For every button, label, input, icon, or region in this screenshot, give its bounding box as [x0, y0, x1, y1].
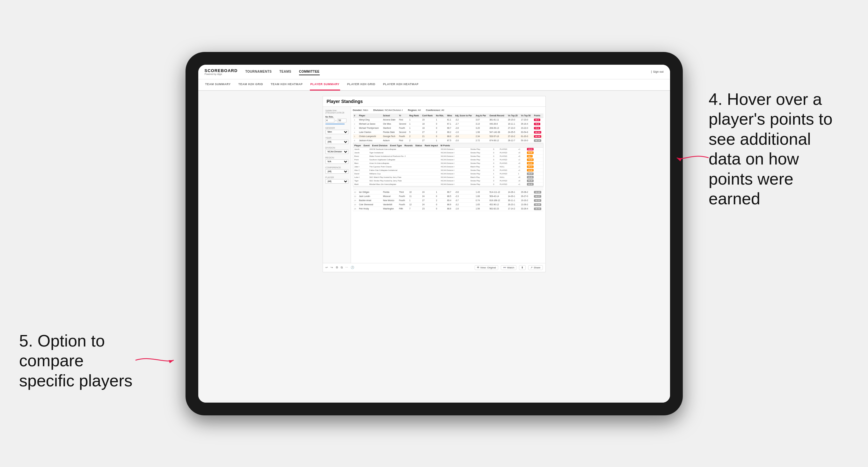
- region-select[interactable]: N/A: [326, 159, 348, 164]
- col-no-rds: No Rds.: [435, 114, 446, 118]
- record-cell: 547-142-38: [488, 130, 506, 134]
- division-select[interactable]: NCAA Division I: [326, 150, 348, 154]
- sub-header-rank: Rank Impact: [425, 145, 438, 147]
- sub-header-rounds: Rounds: [404, 145, 413, 147]
- table-row: 4 Luke Clanton Florida State Second 5 27…: [353, 130, 544, 134]
- sub-table-row: Player Event Event Division Event Type R…: [353, 143, 544, 187]
- points-cell[interactable]: 69.2: [533, 118, 543, 122]
- yr-cell: Second: [398, 130, 408, 134]
- wins-cell: 68.0: [446, 134, 454, 138]
- vs25-cell: 27-10-2: [506, 134, 520, 138]
- no-rds-max-input[interactable]: [338, 119, 346, 122]
- region-label: Region: [326, 157, 348, 159]
- sub-table: JacobUNCW Seahawk IntercollegiateNCAA Di…: [353, 148, 543, 186]
- table-row: 25 Cole Sherwood VanderbiltFourth 122408…: [353, 203, 544, 207]
- points-cell[interactable]: 70.2: [533, 126, 543, 130]
- no-rds-row: -: [326, 119, 348, 122]
- tab-player-summary[interactable]: PLAYER SUMMARY: [310, 79, 340, 91]
- undo-icon[interactable]: ↩: [326, 266, 328, 269]
- filter-gender: Gender Men: [326, 127, 348, 134]
- vs25-cell: 29-15-0: [506, 118, 520, 122]
- arrow-right-svg: [674, 150, 712, 166]
- no-rds-min-input[interactable]: [326, 119, 334, 122]
- points-cell[interactable]: 68.18: [533, 138, 543, 143]
- sub-header-event: Event: [364, 145, 370, 147]
- col-vs25: Vs Top 25: [506, 114, 520, 118]
- tab-player-h2h-grid[interactable]: PLAYER H2H GRID: [346, 79, 376, 91]
- record-cell: 381-61-11: [488, 118, 506, 122]
- rds-cell: 0: [435, 134, 446, 138]
- player-select[interactable]: (All): [326, 179, 348, 184]
- rank-cell: 6: [353, 138, 358, 143]
- filter-icon[interactable]: ⚙: [336, 266, 338, 269]
- list-item: JacobUNCW Seahawk IntercollegiateNCAA Di…: [353, 148, 543, 151]
- clock-icon[interactable]: 🕐: [351, 266, 354, 269]
- nav-teams[interactable]: TEAMS: [280, 68, 292, 75]
- player-cell[interactable]: Luke Clanton: [358, 130, 381, 134]
- wins-cell: 68.2: [446, 130, 454, 134]
- adj-cell: -2.8: [454, 126, 475, 130]
- more-icon[interactable]: ⋯: [345, 266, 348, 269]
- conference-select[interactable]: (All): [326, 169, 348, 174]
- table-row: 26 Petr Hruby WashingtonFifth 723088.6-1…: [353, 207, 544, 211]
- panel-title: Player Standings: [327, 99, 541, 104]
- sign-out-button[interactable]: | Sign out: [651, 70, 663, 73]
- no-rds-separator: -: [336, 119, 337, 122]
- sub-table-header: Player Event Event Division Event Type R…: [353, 144, 543, 148]
- watch-button[interactable]: 👓 Watch: [501, 265, 517, 270]
- list-item: DavidWilliams CupNCAA Division IStroke P…: [353, 172, 543, 175]
- record-cell: 674-93-12: [488, 138, 506, 143]
- points-cell[interactable]: 80.54: [533, 130, 543, 134]
- filter-year: Year (All): [326, 137, 348, 144]
- col-conf-rank: Conf Rank: [421, 114, 435, 118]
- redo-icon[interactable]: ↪: [331, 266, 333, 269]
- player-cell[interactable]: Wenyi Ding: [358, 118, 381, 122]
- callout-left-text: 5. Option to compare specific players: [19, 331, 140, 391]
- region-meta: Region: All: [408, 109, 421, 112]
- nav-committee[interactable]: COMMITTEE: [299, 68, 320, 75]
- no-rds-slider[interactable]: [326, 124, 345, 124]
- tab-team-summary[interactable]: TEAM SUMMARY: [205, 79, 231, 91]
- share-button[interactable]: ↗ Share: [528, 265, 542, 270]
- conference-meta: Conference: All: [426, 109, 444, 112]
- yr-cell: Fourth: [398, 126, 408, 130]
- sign-out-label[interactable]: Sign out: [653, 70, 663, 73]
- list-item: JacobTiger InvitationalNCAA Division ISt…: [353, 151, 543, 154]
- table-header-row: # Player School Yr Reg Rank Conf Rank No…: [353, 114, 544, 118]
- player-cell[interactable]: Michael Thorbjornsen: [358, 126, 381, 130]
- record-cell: 440-26-6: [488, 122, 506, 126]
- player-cell[interactable]: Jackson Koivu: [358, 138, 381, 143]
- adj-cell: -2.7: [454, 122, 475, 126]
- conf-rank-cell: 27: [421, 130, 435, 134]
- sub-table-section: Player Event Event Division Event Type R…: [353, 144, 544, 186]
- tab-team-h2h-grid[interactable]: TEAM H2H GRID: [238, 79, 264, 91]
- logo-area: SCOREBOARD Powered by clippi: [205, 68, 238, 75]
- main-nav: TOURNAMENTS TEAMS COMMITTEE: [245, 68, 651, 75]
- sub-header-division: Event Division: [372, 145, 388, 147]
- player-cell[interactable]: Michael La Sasso: [358, 122, 381, 126]
- filter-no-rds: No Rds. -: [326, 116, 348, 124]
- conf-rank-cell: 27: [421, 138, 435, 143]
- wins-cell: 87.5: [446, 138, 454, 143]
- pipe-icon: |: [651, 70, 652, 73]
- rank-cell: 1: [353, 118, 358, 122]
- col-wins: Wins: [446, 114, 454, 118]
- points-cell[interactable]: 80.49: [533, 134, 543, 138]
- nav-tournaments[interactable]: TOURNAMENTS: [245, 68, 272, 75]
- gender-label: Gender: [326, 127, 348, 129]
- yr-cell: Second: [398, 122, 408, 126]
- export-button[interactable]: ⬇: [519, 265, 526, 270]
- vs50-cell: 35-16-4: [520, 122, 533, 126]
- panel-header: Player Standings: [323, 96, 546, 107]
- player-cell[interactable]: Christo Lamprecht: [358, 134, 381, 138]
- year-select[interactable]: (All): [326, 139, 348, 144]
- yr-cell: First: [398, 118, 408, 122]
- copy-icon[interactable]: ⧉: [341, 266, 343, 269]
- rds-cell: 0: [435, 122, 446, 126]
- col-adj: Adj. Score to Par: [454, 114, 475, 118]
- gender-select[interactable]: Men: [326, 130, 348, 134]
- tab-player-h2h-heatmap[interactable]: PLAYER H2H HEATMAP: [382, 79, 420, 91]
- tab-team-h2h-heatmap[interactable]: TEAM H2H HEATMAP: [270, 79, 303, 91]
- points-cell[interactable]: 76.3: [533, 122, 543, 126]
- view-original-button[interactable]: 👁 View: Original: [475, 265, 498, 270]
